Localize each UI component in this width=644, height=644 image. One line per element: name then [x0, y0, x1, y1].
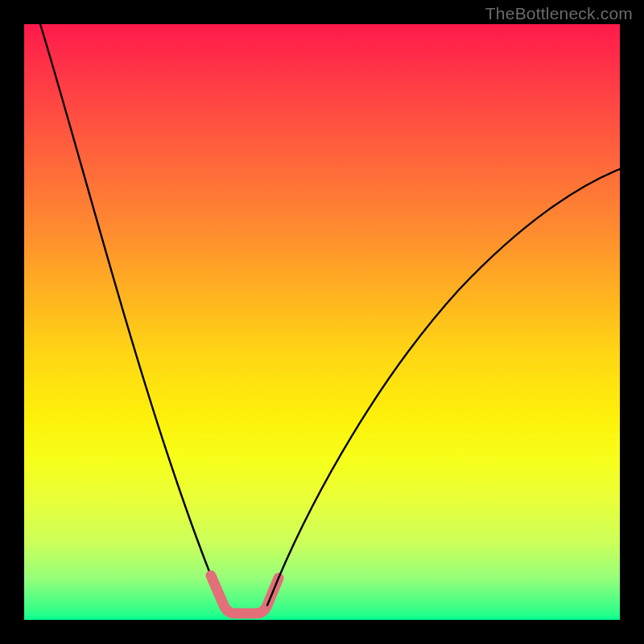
plot-area	[24, 24, 620, 620]
watermark-text: TheBottleneck.com	[485, 4, 633, 23]
outer-frame: TheBottleneck.com	[0, 0, 644, 644]
curve-left-branch	[40, 24, 224, 605]
chart-svg	[24, 24, 620, 620]
curve-right-branch	[267, 169, 620, 605]
curve-bottom-highlight	[211, 576, 279, 613]
